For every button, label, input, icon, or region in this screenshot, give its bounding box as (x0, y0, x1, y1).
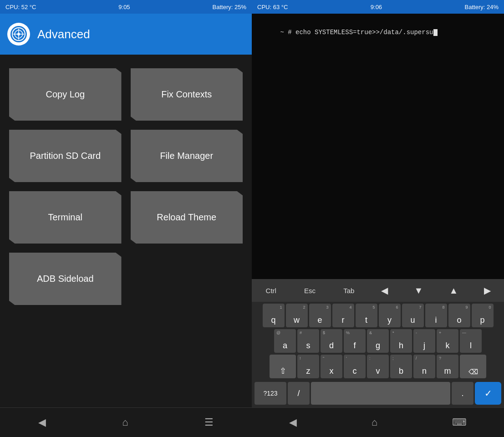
cpu-temp-right: CPU: 63 °C (257, 4, 288, 10)
app-icon (7, 23, 30, 46)
key-f[interactable]: %f (344, 329, 366, 353)
period-key[interactable]: . (452, 382, 473, 405)
time-right: 9:06 (371, 4, 382, 10)
key-u[interactable]: 7u (402, 304, 424, 327)
terminal-button[interactable]: Terminal (9, 191, 122, 244)
file-manager-button[interactable]: File Manager (131, 130, 243, 182)
app-header: Advanced (0, 14, 252, 55)
fix-contexts-button[interactable]: Fix Contexts (131, 68, 243, 121)
key-p[interactable]: 0p (472, 304, 494, 327)
key-q[interactable]: 1q (263, 304, 285, 327)
home-icon-right[interactable]: ⌂ (362, 412, 387, 433)
key-r[interactable]: 4r (332, 304, 354, 327)
key-w[interactable]: 2w (286, 304, 308, 327)
enter-key[interactable]: ✓ (475, 382, 501, 405)
key-y[interactable]: 6y (379, 304, 401, 327)
key-i[interactable]: 8i (425, 304, 447, 327)
right-panel: CPU: 63 °C 9:06 Battery: 24% ~ # echo SY… (252, 0, 504, 437)
key-a[interactable]: @a (274, 329, 296, 353)
adb-sideload-button[interactable]: ADB Sideload (9, 253, 122, 305)
battery-left: Battery: 25% (213, 4, 246, 10)
num-sym-key[interactable]: ?123 (255, 382, 286, 405)
page-title: Advanced (37, 27, 90, 41)
key-t[interactable]: 5t (356, 304, 377, 327)
copy-log-button[interactable]: Copy Log (9, 68, 122, 121)
nav-bar-left: ◀ ⌂ ☰ (0, 407, 252, 437)
key-c[interactable]: 'c (344, 355, 366, 378)
esc-key[interactable]: Esc (300, 284, 320, 297)
keyboard-rows: 1q 2w 3e 4r 5t 6y 7u 8i 9o 0p @a #s $d %… (252, 302, 504, 407)
keyboard-bottom-row: ?123 / . ✓ (253, 380, 503, 407)
cpu-temp-left: CPU: 52 °C (5, 4, 36, 10)
ctrl-key[interactable]: Ctrl (261, 284, 281, 297)
key-m[interactable]: ?m (437, 355, 458, 378)
keyboard-row-3: ⇧ !z "x 'c :v ;b /n ?m ⌫ (253, 355, 503, 378)
key-v[interactable]: :v (367, 355, 389, 378)
back-icon[interactable]: ◀ (29, 412, 55, 433)
keyboard-icon[interactable]: ⌨ (443, 412, 476, 433)
partition-sd-card-button[interactable]: Partition SD Card (9, 130, 122, 182)
arrow-right-key[interactable]: ▶ (480, 282, 494, 299)
battery-right: Battery: 24% (465, 4, 499, 10)
space-key[interactable] (311, 382, 450, 405)
key-k[interactable]: +k (437, 329, 458, 353)
tab-key[interactable]: Tab (339, 284, 359, 297)
time-left: 9:05 (118, 4, 130, 10)
home-icon[interactable]: ⌂ (113, 412, 137, 433)
keyboard-row-2: @a #s $d %f &g *h -j +k —l (253, 329, 503, 353)
shift-key[interactable]: ⇧ (270, 355, 296, 378)
nav-bar-right: ◀ ⌂ ⌨ (252, 407, 504, 437)
terminal-cursor (433, 29, 438, 36)
key-x[interactable]: "x (321, 355, 342, 378)
status-bar-left: CPU: 52 °C 9:05 Battery: 25% (0, 0, 252, 14)
key-b[interactable]: ;b (390, 355, 412, 378)
key-z[interactable]: !z (297, 355, 319, 378)
reload-theme-button[interactable]: Reload Theme (131, 191, 243, 244)
keyboard-area: Ctrl Esc Tab ◀ ▼ ▲ ▶ 1q 2w 3e 4r 5t 6y 7… (252, 279, 504, 407)
left-panel: CPU: 52 °C 9:05 Battery: 25% Advanced Co… (0, 0, 252, 437)
key-e[interactable]: 3e (309, 304, 331, 327)
arrow-left-key[interactable]: ◀ (377, 282, 392, 299)
key-d[interactable]: $d (321, 329, 342, 353)
key-o[interactable]: 9o (448, 304, 470, 327)
terminal-area: ~ # echo SYSTEMLESS=true>>/data/.supersu (252, 14, 504, 279)
arrow-down-key[interactable]: ▼ (411, 283, 427, 299)
buttons-grid: Copy Log Fix Contexts Partition SD Card … (0, 55, 252, 407)
arrow-up-key[interactable]: ▲ (446, 283, 462, 299)
keyboard-toolbar: Ctrl Esc Tab ◀ ▼ ▲ ▶ (252, 279, 504, 302)
back-icon-right[interactable]: ◀ (280, 412, 306, 433)
backspace-key[interactable]: ⌫ (460, 355, 486, 378)
slash-key[interactable]: / (288, 382, 310, 405)
key-l[interactable]: —l (460, 329, 482, 353)
recents-icon[interactable]: ☰ (195, 412, 223, 433)
key-n[interactable]: /n (413, 355, 435, 378)
status-bar-right: CPU: 63 °C 9:06 Battery: 24% (252, 0, 504, 14)
keyboard-row-1: 1q 2w 3e 4r 5t 6y 7u 8i 9o 0p (253, 304, 503, 327)
key-s[interactable]: #s (297, 329, 319, 353)
key-j[interactable]: -j (413, 329, 435, 353)
terminal-line: ~ # echo SYSTEMLESS=true>>/data/.supersu (257, 18, 499, 47)
key-g[interactable]: &g (367, 329, 389, 353)
key-h[interactable]: *h (390, 329, 412, 353)
